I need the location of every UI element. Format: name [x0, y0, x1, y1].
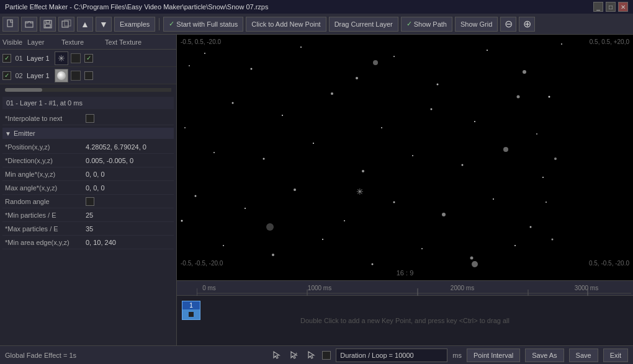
close-button[interactable]: ✕: [618, 2, 628, 12]
svg-point-28: [412, 155, 413, 156]
svg-point-40: [223, 245, 224, 246]
cursor-add-button[interactable]: +: [287, 349, 300, 362]
open-file-button[interactable]: [21, 17, 37, 32]
svg-point-42: [322, 239, 323, 240]
new-file-button[interactable]: [2, 17, 19, 32]
direction-value[interactable]: 0.005, -0.005, 0: [86, 157, 171, 164]
layer-02-texture-swatch[interactable]: [55, 69, 68, 82]
min-particles-value[interactable]: 25: [86, 211, 171, 219]
cursor-default-button[interactable]: [270, 349, 282, 362]
random-angle-checkbox[interactable]: [86, 197, 94, 206]
bottom-bar: Global Fade Effect = 1s + - ms Point Int…: [0, 345, 633, 364]
svg-point-45: [470, 257, 474, 260]
layer-01-id: 01: [11, 55, 27, 62]
maximize-button[interactable]: □: [606, 2, 616, 12]
start-full-status-button[interactable]: ✓Start with Full status: [163, 17, 243, 32]
emitter-section-header[interactable]: ▼ Emitter: [2, 128, 174, 139]
svg-point-16: [561, 43, 562, 45]
timeline-block[interactable]: 1: [182, 301, 200, 320]
timeline: 0 ms 1000 ms 2000 ms 3000 ms Do: [177, 280, 633, 345]
show-path-label: Show Path: [414, 20, 447, 28]
min-area-value[interactable]: 0, 10, 240: [86, 239, 171, 246]
add-point-button[interactable]: Click to Add New Point: [246, 17, 326, 32]
save-button[interactable]: Save: [569, 348, 598, 362]
svg-point-50: [536, 133, 537, 135]
timeline-content[interactable]: Double Click to add a new Key Point, and…: [177, 296, 633, 345]
svg-rect-3: [46, 20, 50, 23]
svg-point-15: [523, 70, 526, 74]
svg-text:✳: ✳: [356, 187, 364, 197]
max-particles-value[interactable]: 35: [86, 225, 171, 233]
position-value[interactable]: 4.28052, 6.79024, 0: [86, 143, 171, 151]
save-as-button[interactable]: Save As: [525, 348, 563, 362]
svg-point-53: [552, 239, 554, 241]
position-label: *Position(x,y,z): [5, 143, 86, 151]
cursor-remove-button[interactable]: -: [305, 349, 317, 362]
layer-row[interactable]: ✓ 02 Layer 1: [0, 67, 176, 84]
corner-br-label: 0.5, -0.5, -20.0: [589, 260, 629, 267]
show-grid-button[interactable]: Show Grid: [455, 17, 498, 32]
svg-point-58: [266, 223, 274, 231]
svg-rect-1: [25, 22, 33, 27]
show-path-button[interactable]: ✓Show Path: [401, 17, 452, 32]
svg-point-35: [344, 220, 345, 221]
max-angle-value[interactable]: 0, 0, 0: [86, 184, 171, 192]
direction-label: *Direction(x,y,z): [5, 157, 86, 164]
move-down-button[interactable]: ▼: [96, 17, 112, 32]
timeline-block-number: 1: [182, 301, 200, 309]
move-up-button[interactable]: ▲: [77, 17, 93, 32]
text-texture-col-header: Text Texture: [105, 38, 141, 46]
main-content: Visible Layer Texture Text Texture ✓ 01 …: [0, 35, 633, 345]
layer-01-text-check[interactable]: ✓: [84, 54, 93, 63]
svg-point-46: [514, 245, 516, 246]
min-area-row: *Min area edge(x,y,z) 0, 10, 240: [2, 236, 174, 249]
layer-01-visible-check[interactable]: ✓: [2, 54, 11, 63]
examples-button[interactable]: Examples: [114, 17, 155, 32]
save-file-button[interactable]: [40, 17, 56, 32]
svg-point-49: [549, 96, 550, 98]
min-area-label: *Min area edge(x,y,z): [5, 239, 86, 246]
layer-scrollbar[interactable]: [5, 88, 171, 92]
svg-point-38: [493, 198, 494, 200]
svg-point-56: [472, 261, 478, 267]
svg-point-33: [245, 208, 246, 209]
timeline-track[interactable]: Double Click to add a new Key Point, and…: [177, 296, 633, 345]
svg-point-25: [263, 158, 265, 160]
visible-col-header: Visible: [2, 38, 27, 46]
min-angle-value[interactable]: 0, 0, 0: [86, 171, 171, 178]
svg-point-48: [189, 65, 190, 66]
layer-02-text-check[interactable]: [84, 71, 93, 80]
loop-checkbox[interactable]: [322, 351, 331, 360]
canvas-ratio-label: 16 : 9: [397, 269, 414, 277]
save-copy-button[interactable]: [58, 17, 74, 32]
layer-02-visible-check[interactable]: ✓: [2, 71, 11, 80]
exit-button[interactable]: Exit: [603, 348, 628, 362]
layer-01-texture-icon[interactable]: ✳: [55, 51, 68, 65]
min-particles-label: *Min particles / E: [5, 211, 86, 219]
point-interval-button[interactable]: Point Interval: [467, 348, 520, 362]
svg-point-18: [282, 115, 283, 116]
svg-point-20: [381, 127, 382, 128]
window-controls: _ □ ✕: [593, 2, 628, 12]
duration-loop-field[interactable]: [336, 348, 447, 362]
svg-point-11: [356, 77, 358, 79]
svg-point-17: [232, 102, 234, 104]
layer-scrollbar-thumb[interactable]: [5, 88, 42, 92]
svg-point-12: [393, 56, 395, 57]
minimize-button[interactable]: _: [593, 2, 603, 12]
zoom-in-button[interactable]: ⊕: [519, 17, 535, 32]
emitter-arrow-icon: ▼: [5, 130, 11, 137]
layer-01-text-texture-swatch[interactable]: [71, 53, 81, 63]
zoom-out-button[interactable]: ⊖: [500, 17, 516, 32]
max-particles-label: *Max particles / E: [5, 225, 86, 233]
layer-02-id: 02: [11, 72, 27, 79]
canvas-viewport[interactable]: ✳ -0.5, 0.5, -20.0 0.5, 0.5, +20,0 -0.5,…: [177, 35, 633, 280]
layer-02-text-texture-swatch[interactable]: [71, 71, 81, 81]
particle-display: ✳: [177, 35, 633, 280]
svg-point-32: [195, 195, 197, 197]
interpolate-checkbox[interactable]: [86, 114, 94, 123]
layer-list-header: Visible Layer Texture Text Texture: [0, 35, 176, 50]
drag-layer-button[interactable]: Drag Current Layer: [329, 17, 398, 32]
layer-row[interactable]: ✓ 01 Layer 1 ✳ ✓: [0, 50, 176, 67]
svg-rect-7: [177, 35, 633, 280]
